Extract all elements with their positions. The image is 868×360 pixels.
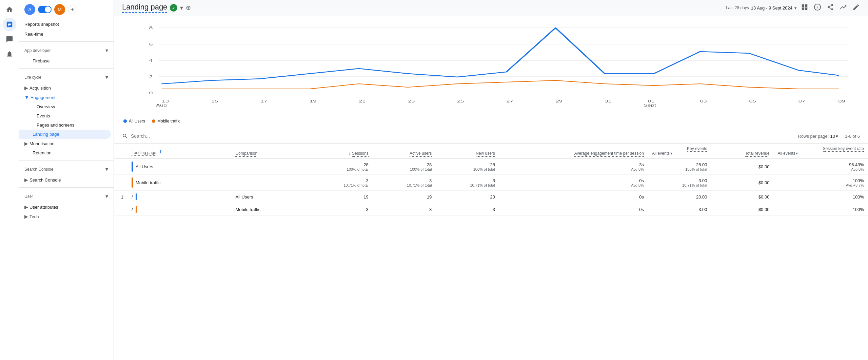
svg-text:21: 21 [359,99,366,103]
realtime-link[interactable]: Real-time [19,30,114,39]
td-new-2: 3 [436,203,499,216]
retention-link[interactable]: Retention [19,148,114,157]
sessions-col-label: Sessions [352,151,369,157]
td-sessions-1: 19 [309,191,373,203]
firebase-link[interactable]: Firebase [19,56,114,65]
th-active-users[interactable]: Active users [373,144,436,159]
search-console-expand[interactable]: ▶ Search Console [19,175,114,185]
svg-text:01: 01 [648,99,654,103]
acquisition-expand[interactable]: ▶ Acquisition [19,83,114,93]
svg-text:2: 2 [149,75,153,79]
landing-page-col-label: Landing page [132,150,156,156]
mobile-traffic-dot [152,119,155,123]
rows-select-dropdown[interactable]: 10 ▾ [830,134,838,139]
th-sessions[interactable]: ↓ Sessions [309,144,373,159]
td-sessionrate-2: 100% [773,203,868,216]
tech-label: Tech [29,214,39,219]
all-users-row-label: All Users [136,164,153,169]
user-section: User ▾ ▶ User attributes ▶ Tech [19,190,114,221]
search-icon [122,133,128,139]
td-sessions-2: 3 [309,203,373,216]
page-dropdown-button[interactable]: ▾ [180,4,183,12]
svg-text:05: 05 [749,99,756,103]
td-page-2: / [127,203,231,216]
avatar-m[interactable]: M [54,4,65,15]
mobile-traffic-legend-label: Mobile traffic [157,119,180,124]
app-developer-chevron: ▾ [105,47,108,54]
landing-page-link[interactable]: Landing page [19,130,111,139]
search-console-section: Search Console ▾ ▶ Search Console [19,163,114,185]
user-header[interactable]: User ▾ [19,190,114,202]
overview-link[interactable]: Overview [19,102,114,111]
user-attributes-chevron: ▶ [24,204,28,210]
edit-icon[interactable] [852,3,860,13]
avg-engagement-col-label: Average engagement time per session [574,151,644,157]
tech-expand[interactable]: ▶ Tech [19,212,114,221]
td-page-1: / [127,191,231,203]
page-title-area: Landing page ✓ ▾ ⊕ [122,3,722,13]
chat-nav-icon[interactable] [3,33,16,46]
td-revenue-allusers: $0.00 [711,159,773,175]
page-path-2: / [132,207,133,212]
th-avg-engagement[interactable]: Average engagement time per session [499,144,648,159]
th-landing-page[interactable]: Landing page + [127,144,231,159]
customize-icon[interactable] [801,3,808,13]
pages-and-screens-link[interactable]: Pages and screens [19,120,114,130]
divider-2 [19,68,114,69]
monetisation-chevron: ▶ [24,141,28,146]
monetisation-expand[interactable]: ▶ Monetisation [19,139,114,148]
svg-text:0: 0 [149,91,153,95]
bell-nav-icon[interactable] [3,48,16,61]
chart-svg: 8 6 4 2 0 13 Aug 15 17 19 21 23 25 27 29… [122,21,860,109]
th-comparison: Comparison [231,144,309,159]
events-link[interactable]: Events [19,111,114,120]
trending-icon[interactable] [840,3,847,13]
date-range: Last 28 days 13 Aug - 9 Sept 2024 ▾ [726,5,797,11]
svg-text:03: 03 [700,99,707,103]
insights-icon[interactable]: i [814,3,821,13]
app-developer-section: App developer ▾ Firebase [19,44,114,65]
td-comparison-1: All Users [231,191,309,203]
rows-per-page: Rows per page: 10 ▾ 1-6 of 6 [798,134,860,139]
line-chart: 8 6 4 2 0 13 Aug 15 17 19 21 23 25 27 29… [122,21,860,116]
icon-sidebar [0,0,19,360]
lifecycle-section: Life cycle ▾ ▶ Acquisition ▼ Engagement … [19,71,114,157]
th-key-events[interactable]: Key events All events ▾ [648,144,711,159]
lifecycle-header[interactable]: Life cycle ▾ [19,71,114,83]
td-avg-1: 0s [499,191,648,203]
nav-top-bar: A M + [19,0,114,19]
td-sessionrate-1: 100% [773,191,868,203]
add-comparison-button[interactable]: + [68,5,77,14]
td-comparison-mobile [231,175,309,191]
divider-3 [19,160,114,160]
engagement-expand[interactable]: ▼ Engagement [19,93,114,102]
svg-text:17: 17 [260,99,267,103]
th-new-users[interactable]: New users [436,144,499,159]
date-dropdown-button[interactable]: ▾ [794,5,797,11]
chart-area: 8 6 4 2 0 13 Aug 15 17 19 21 23 25 27 29… [114,16,868,129]
user-attributes-expand[interactable]: ▶ User attributes [19,202,114,212]
app-developer-header[interactable]: App developer ▾ [19,44,114,56]
th-total-revenue[interactable]: Total revenue [711,144,773,159]
td-rownum-1 [114,159,127,175]
analytics-nav-icon[interactable] [3,18,16,31]
row-orange-bar [136,206,137,213]
share-icon[interactable] [827,3,834,13]
svg-text:23: 23 [408,99,415,103]
home-nav-icon[interactable] [3,3,16,16]
reports-snapshot-link[interactable]: Reports snapshot [19,19,114,30]
svg-text:13: 13 [162,99,169,103]
comparison-toggle[interactable] [38,6,52,13]
avatar-a[interactable]: A [24,4,35,15]
search-console-header[interactable]: Search Console ▾ [19,163,114,175]
page-add-button[interactable]: ⊕ [186,4,191,12]
main-content: Landing page ✓ ▾ ⊕ Last 28 days 13 Aug -… [114,0,868,360]
svg-text:19: 19 [310,99,316,103]
search-input[interactable] [131,133,795,139]
page-title: Landing page [122,3,167,13]
lifecycle-label: Life cycle [24,75,41,80]
add-col-button[interactable]: + [159,149,162,155]
divider-1 [19,41,114,42]
svg-text:4: 4 [149,58,153,62]
th-session-key-event-rate[interactable]: Session key event rate All events ▾ [773,144,868,159]
